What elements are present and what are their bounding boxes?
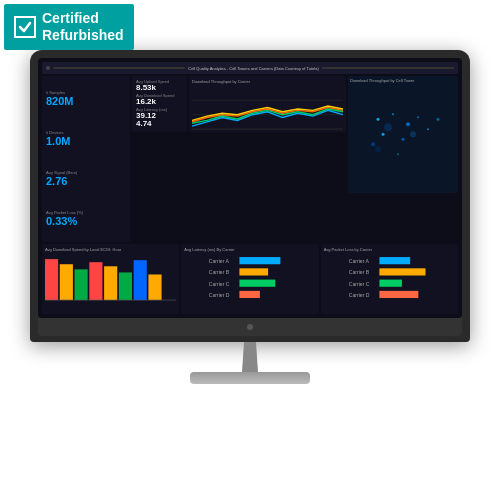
svg-rect-41: [379, 291, 418, 298]
chart-cell-tower-map: Download Throughput by Cell Tower: [348, 76, 458, 193]
svg-point-12: [437, 118, 440, 121]
svg-point-11: [371, 142, 375, 146]
svg-text:Carrier B: Carrier B: [348, 269, 369, 275]
kpi-download-value: 16.2k: [136, 98, 183, 107]
svg-rect-21: [104, 266, 117, 300]
bottom-charts-row: Avg Download Speed by Local ECGI: Hour: [42, 244, 458, 314]
svg-rect-20: [89, 262, 102, 300]
chart-throughput-carrier: Download Throughput by Carrier: [189, 76, 346, 132]
svg-rect-35: [379, 257, 410, 264]
chart-latency-title: Avg Latency (ms) By Carrier: [184, 247, 315, 252]
kpi-devices-value: 1.0M: [46, 135, 126, 147]
dashboard-topbar: Cell Quality Analytics - Cell Towers and…: [42, 62, 458, 74]
monitor-stand-neck: [240, 342, 260, 372]
svg-text:Carrier C: Carrier C: [348, 281, 369, 287]
svg-text:Carrier C: Carrier C: [209, 281, 230, 287]
badge-text: Certified Refurbished: [42, 10, 124, 44]
kpi-samples: # Samples 820M: [46, 90, 126, 107]
nav-line-right: [322, 67, 454, 69]
nav-line: [53, 67, 185, 69]
bar-chart-svg: [45, 254, 176, 305]
hbar2-chart-svg: Carrier A Carrier B Carrier C Carrier D: [324, 254, 455, 305]
map-svg: [348, 85, 458, 178]
kpi-upload-value: 8.53k: [136, 84, 183, 93]
svg-point-8: [417, 116, 419, 118]
chart-packet-loss-carrier: Avg Packet Loss by Carrier Carrier A Car…: [321, 244, 458, 314]
svg-rect-27: [240, 257, 281, 264]
svg-point-15: [410, 131, 416, 137]
svg-rect-3: [348, 99, 458, 164]
svg-text:Carrier A: Carrier A: [348, 258, 369, 264]
svg-point-10: [427, 128, 429, 130]
dashboard-title: Cell Quality Analytics - Cell Towers and…: [188, 66, 318, 71]
svg-text:Carrier D: Carrier D: [348, 292, 369, 298]
svg-rect-23: [134, 260, 147, 300]
svg-text:Carrier D: Carrier D: [209, 292, 230, 298]
svg-rect-29: [240, 268, 269, 275]
svg-rect-24: [148, 274, 161, 300]
svg-point-4: [377, 118, 380, 121]
kpi-devices: # Devices 1.0M: [46, 130, 126, 147]
map-title: Download Throughput by Cell Tower: [348, 76, 458, 85]
svg-rect-37: [379, 268, 425, 275]
checkmark-icon: [14, 16, 36, 38]
kpi-packet-loss: Avg Packet Loss (%) 0.33%: [46, 210, 126, 227]
svg-point-7: [382, 133, 385, 136]
certified-refurbished-badge: Certified Refurbished: [4, 4, 134, 50]
svg-point-9: [402, 138, 405, 141]
line-chart-svg: [192, 86, 343, 132]
svg-rect-39: [379, 280, 402, 287]
hbar-chart-svg: Carrier A Carrier B Carrier C Carrier D: [184, 254, 315, 305]
kpi-latency: Avg Latency (ms) 39.12: [136, 107, 183, 121]
kpi-upload: Avg Upload Speed 8.53k: [136, 79, 183, 93]
svg-rect-19: [75, 269, 88, 300]
kpi-signal: Avg Signal (Bars) 2.76: [46, 170, 126, 187]
kpi-signal-value: 2.76: [46, 175, 126, 187]
kpi-extra-value: 4.74: [136, 120, 183, 129]
monitor-stand-base: [190, 372, 310, 384]
svg-text:Carrier B: Carrier B: [209, 269, 230, 275]
svg-point-6: [406, 122, 410, 126]
kpi-samples-value: 820M: [46, 95, 126, 107]
chart-throughput-title: Download Throughput by Carrier: [192, 79, 343, 84]
kpi-extra: 4.74: [136, 120, 183, 129]
svg-rect-17: [45, 259, 58, 300]
dashboard: Cell Quality Analytics - Cell Towers and…: [38, 58, 462, 318]
chart-latency-carrier: Avg Latency (ms) By Carrier Carrier A Ca…: [181, 244, 318, 314]
svg-rect-22: [119, 272, 132, 300]
svg-point-13: [397, 153, 399, 155]
svg-rect-31: [240, 280, 276, 287]
monitor-bottom-bezel: [38, 318, 462, 336]
svg-rect-33: [240, 291, 260, 298]
svg-point-14: [384, 123, 392, 131]
kpi-packet-value: 0.33%: [46, 215, 126, 227]
svg-point-5: [392, 113, 394, 115]
svg-point-16: [375, 146, 381, 152]
monitor-screen: Cell Quality Analytics - Cell Towers and…: [38, 58, 462, 318]
kpi-panel-left: # Samples 820M # Devices 1.0M Avg Signal…: [42, 76, 130, 242]
kpi-panel-secondary: Avg Upload Speed 8.53k Avg Download Spee…: [132, 76, 187, 132]
monitor-power-indicator: [247, 324, 253, 330]
monitor: Cell Quality Analytics - Cell Towers and…: [20, 50, 480, 490]
chart-dl-title: Avg Download Speed by Local ECGI: Hour: [45, 247, 176, 252]
svg-text:Carrier A: Carrier A: [209, 258, 230, 264]
nav-dot: [46, 66, 50, 70]
kpi-download: Avg Download Speed 16.2k: [136, 93, 183, 107]
svg-rect-18: [60, 264, 73, 300]
chart-pl-title: Avg Packet Loss by Carrier: [324, 247, 455, 252]
monitor-frame: Cell Quality Analytics - Cell Towers and…: [30, 50, 470, 342]
chart-download-speed: Avg Download Speed by Local ECGI: Hour: [42, 244, 179, 314]
